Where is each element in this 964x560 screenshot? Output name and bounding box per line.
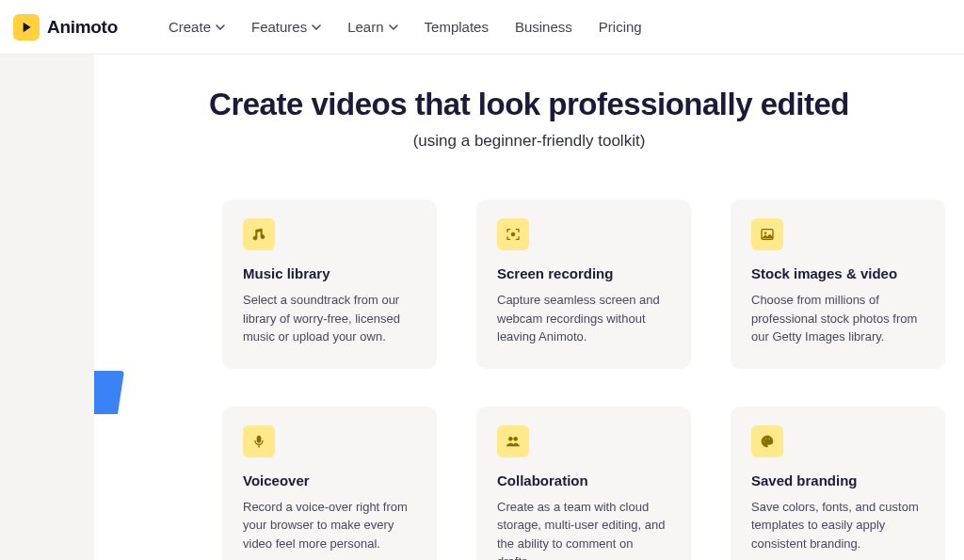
feature-title: Screen recording (497, 265, 670, 281)
image-icon (751, 218, 783, 250)
page-body: Create videos that look professionally e… (0, 55, 964, 560)
nav-label: Business (515, 19, 572, 35)
mic-icon (243, 425, 275, 457)
logo[interactable]: Animoto (13, 14, 118, 40)
feature-card-collaboration: Collaboration Create as a team with clou… (476, 407, 691, 561)
svg-point-8 (768, 438, 770, 440)
svg-point-6 (763, 440, 765, 442)
svg-point-7 (765, 438, 767, 440)
nav-create[interactable]: Create (169, 19, 225, 35)
nav-learn[interactable]: Learn (347, 19, 397, 35)
feature-grid: Music library Select a soundtrack from o… (222, 200, 964, 560)
svg-point-0 (511, 232, 515, 236)
feature-title: Music library (243, 265, 416, 281)
nav-label: Pricing (599, 19, 642, 35)
feature-desc: Create as a team with cloud storage, mul… (497, 498, 670, 561)
feature-desc: Save colors, fonts, and custom templates… (751, 498, 924, 553)
palette-icon (751, 425, 783, 457)
feature-card-voiceover: Voiceover Record a voice-over right from… (222, 407, 437, 561)
feature-desc: Capture seamless screen and webcam recor… (497, 291, 670, 346)
chevron-down-icon (312, 23, 321, 32)
brand-name: Animoto (47, 17, 118, 38)
hero: Create videos that look professionally e… (94, 87, 964, 151)
nav-pricing[interactable]: Pricing (599, 19, 642, 35)
feature-card-branding: Saved branding Save colors, fonts, and c… (731, 407, 945, 561)
content-panel: Create videos that look professionally e… (94, 55, 964, 560)
nav-label: Create (169, 19, 211, 35)
main-nav: Create Features Learn Templates Business… (169, 19, 642, 35)
svg-rect-3 (257, 436, 261, 442)
feature-card-screen-recording: Screen recording Capture seamless screen… (476, 200, 691, 369)
music-icon (243, 218, 275, 250)
feature-desc: Record a voice-over right from your brow… (243, 498, 416, 553)
top-nav: Animoto Create Features Learn Templates … (0, 0, 964, 55)
svg-point-5 (514, 437, 518, 440)
feature-title: Saved branding (751, 472, 924, 488)
svg-point-4 (508, 437, 512, 440)
chevron-down-icon (216, 23, 225, 32)
feature-card-stock: Stock images & video Choose from million… (731, 200, 945, 369)
feature-desc: Select a soundtrack from our library of … (243, 291, 416, 346)
feature-title: Stock images & video (751, 265, 924, 281)
nav-features[interactable]: Features (251, 19, 321, 35)
page-subtitle: (using a beginner-friendly toolkit) (94, 132, 964, 151)
feature-title: Voiceover (243, 472, 416, 488)
nav-label: Learn (347, 19, 383, 35)
feature-title: Collaboration (497, 472, 670, 488)
svg-point-2 (764, 232, 766, 234)
feature-card-music: Music library Select a soundtrack from o… (222, 200, 437, 369)
nav-templates[interactable]: Templates (425, 19, 489, 35)
people-icon (497, 425, 529, 457)
feature-desc: Choose from millions of professional sto… (751, 291, 924, 346)
nav-business[interactable]: Business (515, 19, 572, 35)
nav-label: Templates (425, 19, 489, 35)
page-title: Create videos that look professionally e… (94, 87, 964, 122)
nav-label: Features (251, 19, 307, 35)
chevron-down-icon (389, 23, 398, 32)
screen-record-icon (497, 218, 529, 250)
logo-mark-icon (13, 14, 40, 40)
